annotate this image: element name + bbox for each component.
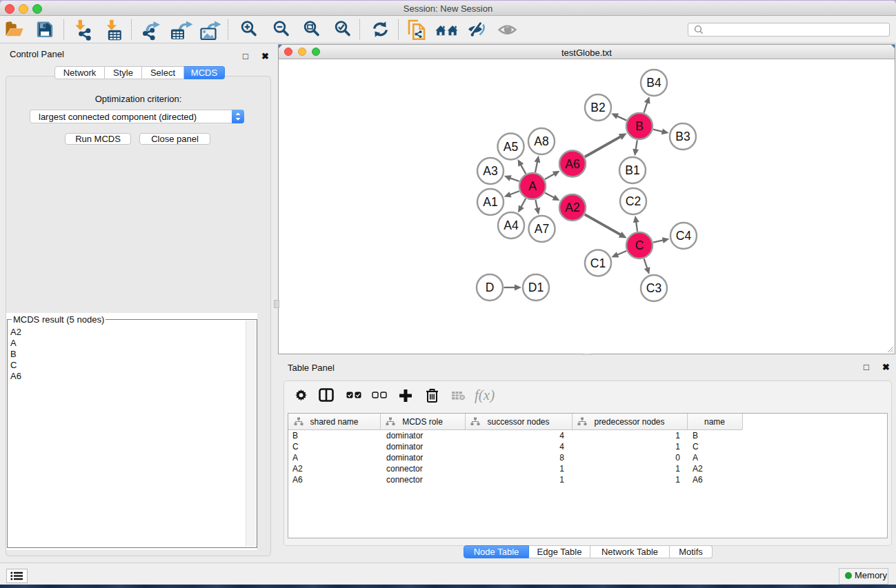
svg-text:C: C bbox=[635, 239, 644, 252]
svg-text:B3: B3 bbox=[675, 130, 690, 143]
svg-text:D1: D1 bbox=[528, 281, 544, 294]
svg-text:B: B bbox=[635, 119, 644, 133]
svg-text:B4: B4 bbox=[646, 76, 661, 90]
svg-text:C3: C3 bbox=[646, 281, 661, 295]
svg-text:B1: B1 bbox=[625, 163, 639, 177]
svg-text:A7: A7 bbox=[535, 222, 549, 236]
svg-text:A2: A2 bbox=[565, 201, 579, 214]
svg-text:D: D bbox=[486, 281, 495, 294]
svg-text:C2: C2 bbox=[626, 194, 641, 208]
svg-text:A3: A3 bbox=[483, 164, 497, 178]
svg-text:A4: A4 bbox=[504, 219, 519, 232]
svg-text:C4: C4 bbox=[676, 229, 692, 243]
svg-text:A6: A6 bbox=[565, 157, 579, 171]
svg-text:A: A bbox=[528, 179, 537, 193]
svg-text:C1: C1 bbox=[590, 256, 606, 270]
svg-text:A8: A8 bbox=[534, 134, 548, 148]
svg-text:B2: B2 bbox=[590, 101, 605, 114]
svg-text:A5: A5 bbox=[504, 140, 518, 154]
svg-text:A1: A1 bbox=[483, 195, 497, 209]
